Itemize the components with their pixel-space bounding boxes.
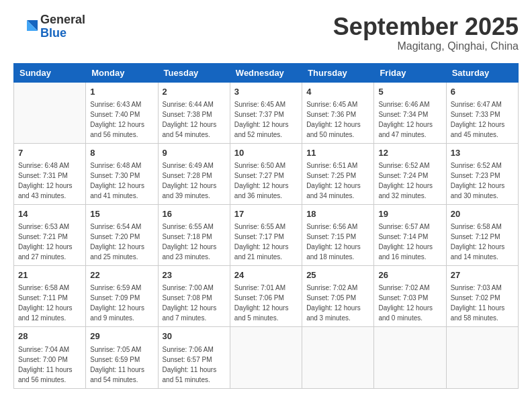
day-number: 14 <box>18 208 81 220</box>
day-number: 15 <box>90 208 153 220</box>
day-info: Sunrise: 6:47 AMSunset: 7:33 PMDaylight:… <box>451 99 514 140</box>
table-row <box>14 82 86 143</box>
day-info: Sunrise: 6:57 AMSunset: 7:14 PMDaylight:… <box>378 222 441 262</box>
table-row: 20Sunrise: 6:58 AMSunset: 7:12 PMDayligh… <box>446 204 518 265</box>
day-info: Sunrise: 6:43 AMSunset: 7:40 PMDaylight:… <box>90 99 153 140</box>
table-row: 21Sunrise: 6:58 AMSunset: 7:11 PMDayligh… <box>14 266 86 327</box>
calendar-week-3: 14Sunrise: 6:53 AMSunset: 7:21 PMDayligh… <box>14 204 519 265</box>
logo-text: General Blue <box>40 13 85 40</box>
table-row: 11Sunrise: 6:51 AMSunset: 7:25 PMDayligh… <box>302 143 374 204</box>
day-number: 23 <box>163 269 226 281</box>
table-row: 2Sunrise: 6:44 AMSunset: 7:38 PMDaylight… <box>158 82 230 143</box>
day-info: Sunrise: 6:55 AMSunset: 7:18 PMDaylight:… <box>163 222 226 262</box>
table-row <box>230 327 302 388</box>
calendar-weekday-wednesday: Wednesday <box>230 63 302 82</box>
day-number: 12 <box>378 147 441 159</box>
day-number: 24 <box>234 269 298 281</box>
day-number: 18 <box>306 208 369 220</box>
day-info: Sunrise: 6:45 AMSunset: 7:36 PMDaylight:… <box>306 99 369 140</box>
logo-general: General <box>40 13 85 27</box>
day-info: Sunrise: 7:02 AMSunset: 7:03 PMDaylight:… <box>378 283 441 323</box>
day-number: 29 <box>90 330 153 342</box>
day-info: Sunrise: 6:51 AMSunset: 7:25 PMDaylight:… <box>306 161 369 201</box>
day-number: 25 <box>306 269 369 281</box>
day-number: 3 <box>234 86 298 98</box>
table-row <box>446 327 518 388</box>
day-number: 2 <box>163 86 226 98</box>
day-info: Sunrise: 6:53 AMSunset: 7:21 PMDaylight:… <box>18 222 81 262</box>
table-row: 4Sunrise: 6:45 AMSunset: 7:36 PMDaylight… <box>302 82 374 143</box>
day-number: 10 <box>234 147 298 159</box>
table-row: 3Sunrise: 6:45 AMSunset: 7:37 PMDaylight… <box>230 82 302 143</box>
page-header: General Blue September 2025 Magitang, Qi… <box>13 13 519 52</box>
day-info: Sunrise: 6:52 AMSunset: 7:23 PMDaylight:… <box>451 161 514 201</box>
day-number: 20 <box>451 208 514 220</box>
day-number: 6 <box>451 86 514 98</box>
table-row: 19Sunrise: 6:57 AMSunset: 7:14 PMDayligh… <box>374 204 446 265</box>
day-info: Sunrise: 6:58 AMSunset: 7:12 PMDaylight:… <box>451 222 514 262</box>
day-info: Sunrise: 6:54 AMSunset: 7:20 PMDaylight:… <box>90 222 153 262</box>
day-info: Sunrise: 6:48 AMSunset: 7:31 PMDaylight:… <box>18 161 81 201</box>
calendar-table: SundayMondayTuesdayWednesdayThursdayFrid… <box>13 63 519 389</box>
day-info: Sunrise: 6:44 AMSunset: 7:38 PMDaylight:… <box>163 99 226 140</box>
table-row: 22Sunrise: 6:59 AMSunset: 7:09 PMDayligh… <box>86 266 158 327</box>
table-row: 12Sunrise: 6:52 AMSunset: 7:24 PMDayligh… <box>374 143 446 204</box>
table-row: 27Sunrise: 7:03 AMSunset: 7:02 PMDayligh… <box>446 266 518 327</box>
table-row <box>302 327 374 388</box>
day-number: 27 <box>451 269 514 281</box>
day-info: Sunrise: 7:02 AMSunset: 7:05 PMDaylight:… <box>306 283 369 323</box>
day-number: 28 <box>18 330 81 342</box>
table-row: 17Sunrise: 6:55 AMSunset: 7:17 PMDayligh… <box>230 204 302 265</box>
calendar-weekday-thursday: Thursday <box>302 63 374 82</box>
table-row: 26Sunrise: 7:02 AMSunset: 7:03 PMDayligh… <box>374 266 446 327</box>
table-row: 9Sunrise: 6:49 AMSunset: 7:28 PMDaylight… <box>158 143 230 204</box>
table-row: 8Sunrise: 6:48 AMSunset: 7:30 PMDaylight… <box>86 143 158 204</box>
day-info: Sunrise: 7:03 AMSunset: 7:02 PMDaylight:… <box>451 283 514 323</box>
table-row: 30Sunrise: 7:06 AMSunset: 6:57 PMDayligh… <box>158 327 230 388</box>
day-number: 30 <box>163 330 226 342</box>
day-info: Sunrise: 7:01 AMSunset: 7:06 PMDaylight:… <box>234 283 298 323</box>
calendar-week-5: 28Sunrise: 7:04 AMSunset: 7:00 PMDayligh… <box>14 327 519 388</box>
day-info: Sunrise: 7:06 AMSunset: 6:57 PMDaylight:… <box>163 345 226 385</box>
day-number: 8 <box>90 147 153 159</box>
calendar-header-row: SundayMondayTuesdayWednesdayThursdayFrid… <box>14 63 519 82</box>
day-number: 26 <box>378 269 441 281</box>
month-title: September 2025 <box>333 13 519 40</box>
day-info: Sunrise: 7:04 AMSunset: 7:00 PMDaylight:… <box>18 345 81 385</box>
table-row: 18Sunrise: 6:56 AMSunset: 7:15 PMDayligh… <box>302 204 374 265</box>
day-number: 16 <box>163 208 226 220</box>
table-row: 10Sunrise: 6:50 AMSunset: 7:27 PMDayligh… <box>230 143 302 204</box>
day-info: Sunrise: 6:50 AMSunset: 7:27 PMDaylight:… <box>234 161 298 201</box>
logo-icon <box>13 17 38 36</box>
calendar-week-2: 7Sunrise: 6:48 AMSunset: 7:31 PMDaylight… <box>14 143 519 204</box>
title-block: September 2025 Magitang, Qinghai, China <box>333 13 519 52</box>
location-subtitle: Magitang, Qinghai, China <box>333 40 519 52</box>
day-number: 11 <box>306 147 369 159</box>
day-info: Sunrise: 7:05 AMSunset: 6:59 PMDaylight:… <box>90 345 153 385</box>
day-info: Sunrise: 6:58 AMSunset: 7:11 PMDaylight:… <box>18 283 81 323</box>
table-row: 6Sunrise: 6:47 AMSunset: 7:33 PMDaylight… <box>446 82 518 143</box>
table-row: 24Sunrise: 7:01 AMSunset: 7:06 PMDayligh… <box>230 266 302 327</box>
logo-blue: Blue <box>40 27 85 40</box>
day-number: 5 <box>378 86 441 98</box>
table-row: 13Sunrise: 6:52 AMSunset: 7:23 PMDayligh… <box>446 143 518 204</box>
table-row: 15Sunrise: 6:54 AMSunset: 7:20 PMDayligh… <box>86 204 158 265</box>
calendar-weekday-friday: Friday <box>374 63 446 82</box>
table-row: 14Sunrise: 6:53 AMSunset: 7:21 PMDayligh… <box>14 204 86 265</box>
table-row: 28Sunrise: 7:04 AMSunset: 7:00 PMDayligh… <box>14 327 86 388</box>
calendar-weekday-monday: Monday <box>86 63 158 82</box>
day-number: 9 <box>163 147 226 159</box>
calendar-week-1: 1Sunrise: 6:43 AMSunset: 7:40 PMDaylight… <box>14 82 519 143</box>
table-row: 7Sunrise: 6:48 AMSunset: 7:31 PMDaylight… <box>14 143 86 204</box>
day-number: 7 <box>18 147 81 159</box>
calendar-week-4: 21Sunrise: 6:58 AMSunset: 7:11 PMDayligh… <box>14 266 519 327</box>
day-info: Sunrise: 6:56 AMSunset: 7:15 PMDaylight:… <box>306 222 369 262</box>
day-info: Sunrise: 6:48 AMSunset: 7:30 PMDaylight:… <box>90 161 153 201</box>
calendar-weekday-tuesday: Tuesday <box>158 63 230 82</box>
day-number: 17 <box>234 208 298 220</box>
day-info: Sunrise: 6:52 AMSunset: 7:24 PMDaylight:… <box>378 161 441 201</box>
day-number: 22 <box>90 269 153 281</box>
day-info: Sunrise: 6:55 AMSunset: 7:17 PMDaylight:… <box>234 222 298 262</box>
day-number: 13 <box>451 147 514 159</box>
day-number: 1 <box>90 86 153 98</box>
